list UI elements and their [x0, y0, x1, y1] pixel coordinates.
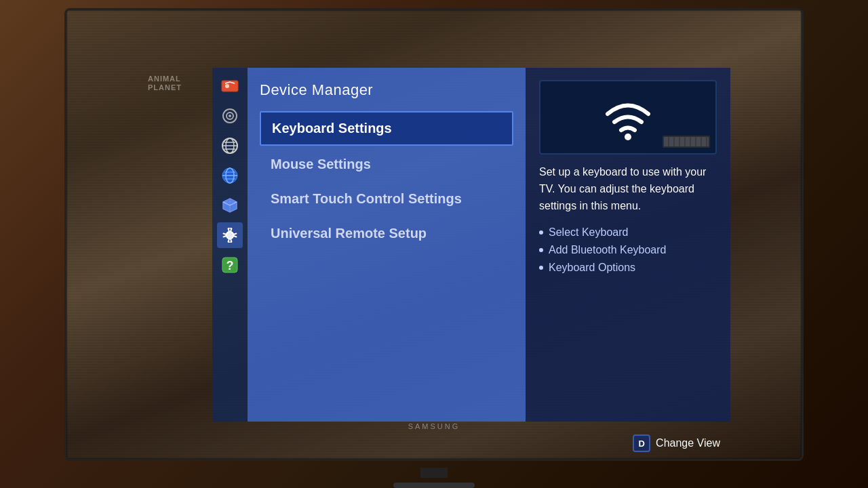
watermark: ANIMAL PLANET [148, 75, 182, 92]
sidebar-icon-globe-outline[interactable] [217, 133, 243, 159]
svg-text:?: ? [226, 259, 234, 272]
samsung-logo: SAMSUNG [408, 422, 460, 430]
watermark-line1: ANIMAL [148, 75, 182, 83]
sidebar-icon-box[interactable] [217, 192, 243, 218]
bullet-list: Select Keyboard Add Bluetooth Keyboard K… [539, 226, 717, 274]
svg-point-20 [625, 134, 631, 140]
info-panel: Set up a keyboard to use with your TV. Y… [526, 68, 730, 422]
sidebar: ? [212, 68, 248, 422]
tv-frame: ANIMAL PLANET [64, 8, 804, 461]
svg-point-1 [225, 84, 229, 88]
watermark-line2: PLANET [148, 83, 182, 92]
bullet-item-keyboard-options: Keyboard Options [539, 262, 717, 274]
sidebar-icon-gear[interactable] [217, 222, 243, 248]
info-description: Set up a keyboard to use with your TV. Y… [539, 164, 717, 214]
menu-item-mouse-settings[interactable]: Mouse Settings [260, 148, 513, 180]
main-panel: Device Manager Keyboard Settings Mouse S… [248, 68, 526, 422]
svg-point-17 [227, 232, 233, 238]
bottom-bar: D Change View [633, 434, 720, 452]
menu-item-smart-touch[interactable]: Smart Touch Control Settings [260, 183, 513, 215]
wifi-preview-icon [601, 94, 655, 141]
menu-item-keyboard-settings[interactable]: Keyboard Settings [260, 111, 513, 146]
sidebar-icon-map[interactable] [217, 73, 243, 99]
bullet-dot-2 [539, 248, 543, 252]
d-button[interactable]: D [633, 434, 650, 452]
menu-item-universal-remote[interactable]: Universal Remote Setup [260, 218, 513, 249]
bullet-item-add-bluetooth: Add Bluetooth Keyboard [539, 244, 717, 256]
sidebar-icon-help[interactable]: ? [217, 252, 243, 278]
sidebar-icon-ring[interactable] [217, 103, 243, 129]
bullet-dot-1 [539, 230, 543, 235]
panel-title: Device Manager [260, 81, 513, 99]
sidebar-icon-globe[interactable] [217, 163, 243, 188]
change-view-label: Change View [656, 437, 720, 449]
bullet-dot-3 [539, 266, 543, 270]
preview-box [539, 80, 717, 155]
tv-stand [393, 468, 475, 488]
menu-overlay: ? Device Manager Keyboard Settings Mouse… [212, 68, 730, 422]
svg-point-4 [229, 115, 231, 117]
keyboard-hint [663, 136, 710, 148]
bullet-item-select-keyboard: Select Keyboard [539, 226, 717, 239]
